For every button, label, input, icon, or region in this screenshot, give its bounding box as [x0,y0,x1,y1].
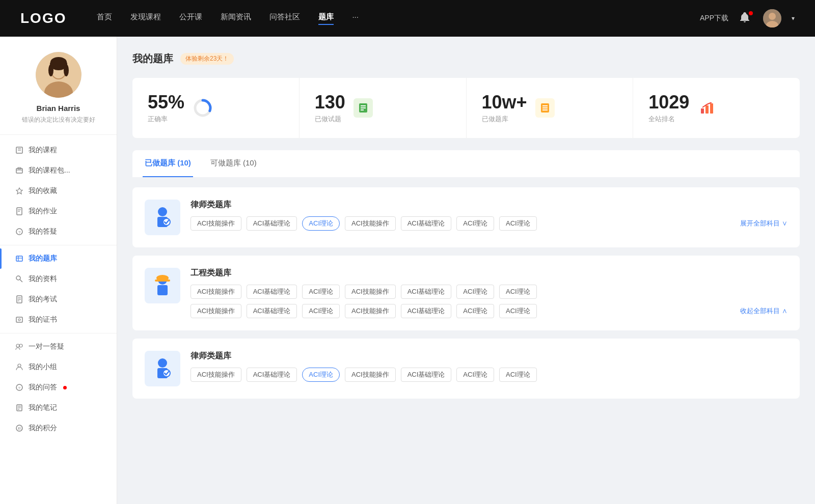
qbank-tags-3: ACI技能操作 ACI基础理论 ACI理论 ACI技能操作 ACI基础理论 AC… [191,368,787,382]
nav-item-home[interactable]: 首页 [97,12,112,25]
bar-chart-icon [697,98,717,118]
sidebar-item-my-cert[interactable]: 我的证书 [0,310,117,330]
sidebar-item-one-on-one[interactable]: 一对一答疑 [0,337,117,357]
tag-1-4[interactable]: ACI技能操作 [345,216,396,231]
qbank-header-3: 律师类题库 ACI技能操作 ACI基础理论 ACI理论 ACI技能操作 ACI基… [145,351,787,386]
stat-value-done-b: 10w+ [482,92,527,113]
svg-point-33 [18,319,20,321]
tag-3-7[interactable]: ACI理论 [499,368,537,382]
sidebar-item-my-group[interactable]: 我的小组 [0,357,117,377]
qa-badge [63,386,67,389]
svg-point-34 [16,344,19,347]
sidebar-item-my-data[interactable]: 我的资料 [0,269,117,289]
svg-rect-65 [155,279,170,282]
qbank-icon-lawyer-2 [145,351,180,386]
tag-3-5[interactable]: ACI基础理论 [401,368,452,382]
tag-2-9[interactable]: ACI基础理论 [247,304,297,318]
package-icon [15,166,23,175]
svg-rect-23 [16,256,22,261]
tag-3-4[interactable]: ACI技能操作 [345,368,396,382]
avatar[interactable] [763,9,781,27]
tag-1-3[interactable]: ACI理论 [302,216,340,231]
stat-label-done-q: 已做试题 [315,115,345,124]
qbank-info-1: 律师类题库 ACI技能操作 ACI基础理论 ACI理论 ACI技能操作 ACI基… [191,200,787,231]
sidebar-item-my-score[interactable]: 积 我的积分 [0,418,117,438]
bell-dot [749,11,753,15]
svg-point-8 [48,64,53,76]
svg-text:?: ? [18,230,21,235]
stat-value-rank: 1029 [648,92,689,113]
qbank-info-3: 律师类题库 ACI技能操作 ACI基础理论 ACI理论 ACI技能操作 ACI基… [191,351,787,382]
nav-item-bank[interactable]: 题库 [318,12,334,25]
nav-item-qa[interactable]: 问答社区 [269,12,300,25]
stat-done-questions: 130 已做试题 [300,78,467,138]
navbar: LOGO 首页 发现课程 公开课 新闻资讯 问答社区 题库 ··· APP下载 … [0,0,815,37]
nav-item-more[interactable]: ··· [352,12,359,25]
tag-2-5[interactable]: ACI基础理论 [401,285,452,299]
sidebar-item-my-note[interactable]: 我的笔记 [0,398,117,418]
tab-done-banks[interactable]: 已做题库 (10) [143,150,193,177]
stat-label-correct: 正确率 [148,115,184,124]
svg-point-36 [18,364,21,367]
trial-badge: 体验剩余23天！ [180,53,234,65]
bank-list-icon [535,98,555,118]
svg-rect-55 [701,108,704,114]
qbank-card-lawyer-1: 律师类题库 ACI技能操作 ACI基础理论 ACI理论 ACI技能操作 ACI基… [132,187,800,247]
svg-rect-56 [705,105,709,114]
note-icon [15,404,23,412]
sidebar-item-my-question[interactable]: ? 我的问答 [0,377,117,398]
tag-1-6[interactable]: ACI理论 [456,216,494,231]
tag-2-3[interactable]: ACI理论 [302,285,340,299]
sidebar-item-my-qa[interactable]: ? 我的答疑 [0,221,117,242]
tag-2-8[interactable]: ACI技能操作 [191,304,241,318]
sidebar-item-my-homework[interactable]: 我的作业 [0,201,117,221]
tag-2-2[interactable]: ACI基础理论 [247,285,297,299]
tag-2-12[interactable]: ACI基础理论 [401,304,452,318]
tag-2-10[interactable]: ACI理论 [302,304,340,318]
qbank-icon-lawyer [145,200,180,235]
tag-3-2[interactable]: ACI基础理论 [247,368,297,382]
group-icon [15,363,23,371]
nav-item-open[interactable]: 公开课 [179,12,202,25]
nav-item-discover[interactable]: 发现课程 [130,12,161,25]
svg-point-26 [16,276,20,280]
qbank-info-2: 工程类题库 ACI技能操作 ACI基础理论 ACI理论 ACI技能操作 ACI基… [191,268,787,318]
app-download-button[interactable]: APP下载 [700,14,728,23]
sidebar-nav: 我的课程 我的课程包... 我的收藏 我的作业 ? 我的答疑 我的题库 [0,135,117,443]
tag-3-3[interactable]: ACI理论 [302,368,340,382]
tag-1-7[interactable]: ACI理论 [499,216,537,231]
expand-link-1[interactable]: 展开全部科目 ∨ [740,219,787,228]
logo[interactable]: LOGO [20,10,66,26]
tag-2-7[interactable]: ACI理论 [499,285,537,299]
sidebar-item-my-bank[interactable]: 我的题库 [0,248,117,269]
profile-name: Brian Harris [37,104,80,113]
cert-icon [15,316,23,324]
notification-bell[interactable] [739,11,753,25]
tag-1-1[interactable]: ACI技能操作 [191,216,241,231]
sidebar-item-my-course[interactable]: 我的课程 [0,140,117,160]
stat-done-banks: 10w+ 已做题库 [467,78,634,138]
tag-2-11[interactable]: ACI技能操作 [345,304,396,318]
tag-1-5[interactable]: ACI基础理论 [401,216,452,231]
sidebar: Brian Harris 错误的决定比没有决定要好 我的课程 我的课程包... … [0,37,117,504]
tag-2-4[interactable]: ACI技能操作 [345,285,396,299]
tab-available-banks[interactable]: 可做题库 (10) [208,150,259,177]
nav-item-news[interactable]: 新闻资讯 [221,12,251,25]
sidebar-item-my-package[interactable]: 我的课程包... [0,160,117,181]
avatar-image [763,9,781,27]
tag-3-1[interactable]: ACI技能操作 [191,368,241,382]
page-title: 我的题库 [132,52,173,66]
tag-2-13[interactable]: ACI理论 [456,304,494,318]
tag-3-6[interactable]: ACI理论 [456,368,494,382]
tag-2-1[interactable]: ACI技能操作 [191,285,241,299]
nav-menu: 首页 发现课程 公开课 新闻资讯 问答社区 题库 ··· [97,12,359,25]
tag-2-14[interactable]: ACI理论 [499,304,537,318]
exam-icon [15,295,23,303]
tag-1-2[interactable]: ACI基础理论 [247,216,297,231]
sidebar-item-my-exam[interactable]: 我的考试 [0,289,117,310]
chevron-down-icon[interactable]: ▾ [792,15,795,22]
sidebar-item-my-favorite[interactable]: 我的收藏 [0,181,117,201]
collapse-link-2[interactable]: 收起全部科目 ∧ [740,306,787,316]
lawyer-svg-icon-2 [150,356,175,381]
tag-2-6[interactable]: ACI理论 [456,285,494,299]
